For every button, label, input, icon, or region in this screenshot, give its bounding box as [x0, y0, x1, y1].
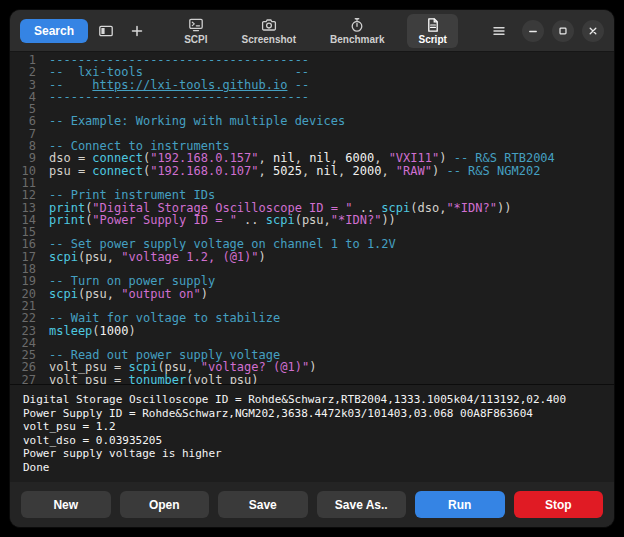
code-text: scpi(psu, "voltage 1.2, (@1)")	[49, 251, 266, 263]
code-text: ------------------------------------	[49, 91, 309, 103]
code-text: psu = connect("192.168.0.107", 5025, nil…	[49, 165, 540, 177]
screenshot-icon	[261, 17, 277, 33]
output-line: Power Supply ID = Rohde&Schwarz,NGM202,3…	[23, 407, 601, 421]
sidebar-toggle-icon	[98, 23, 114, 39]
code-text: -- Example: Working with multiple device…	[49, 115, 345, 127]
tab-label: Benchmark	[330, 34, 384, 45]
code-line[interactable]: 23msleep(1000)	[10, 325, 614, 337]
run-button[interactable]: Run	[415, 491, 505, 518]
maximize-icon	[556, 24, 570, 38]
header-bar: Search SCPI Screenshot	[10, 10, 614, 52]
line-number: 27	[10, 374, 36, 384]
benchmark-icon	[349, 17, 365, 33]
view-switcher: SCPI Screenshot Benchmark Script	[150, 14, 481, 48]
code-text: scpi(psu, "output on")	[49, 288, 208, 300]
open-button[interactable]: Open	[120, 491, 210, 518]
script-icon	[425, 17, 441, 33]
line-number: 6	[10, 115, 36, 127]
code-line[interactable]: 4------------------------------------	[10, 91, 614, 103]
tab-label: Screenshot	[242, 34, 296, 45]
code-text: msleep(1000)	[49, 325, 136, 337]
code-line[interactable]: 20scpi(psu, "output on")	[10, 288, 614, 300]
minimize-button[interactable]	[522, 20, 544, 42]
tab-scpi[interactable]: SCPI	[173, 14, 218, 48]
save-as-button[interactable]: Save As..	[317, 491, 407, 518]
line-number: 16	[10, 238, 36, 250]
line-number: 19	[10, 275, 36, 287]
code-text: volt_psu = tonumber(volt_psu)	[49, 374, 259, 384]
app-window: Search SCPI Screenshot	[9, 9, 615, 528]
output-line: Power supply voltage is higher	[23, 447, 601, 461]
code-line[interactable]: 27volt_psu = tonumber(volt_psu)	[10, 374, 614, 384]
minimize-icon	[526, 24, 540, 38]
menu-button[interactable]	[486, 18, 512, 44]
line-number: 26	[10, 361, 36, 373]
line-number: 12	[10, 189, 36, 201]
stop-button[interactable]: Stop	[514, 491, 604, 518]
line-number: 13	[10, 202, 36, 214]
tab-script[interactable]: Script	[407, 14, 457, 48]
tab-screenshot[interactable]: Screenshot	[231, 14, 307, 48]
line-number: 22	[10, 312, 36, 324]
output-line: Digital Storage Oscilloscope ID = Rohde&…	[23, 393, 601, 407]
window-controls	[522, 20, 604, 42]
search-button[interactable]: Search	[20, 19, 88, 43]
hamburger-icon	[491, 23, 507, 39]
close-button[interactable]	[582, 20, 604, 42]
tab-label: Script	[418, 34, 446, 45]
close-icon	[586, 24, 600, 38]
output-line: Done	[23, 461, 601, 475]
code-line[interactable]: 6-- Example: Working with multiple devic…	[10, 115, 614, 127]
code-line[interactable]: 17scpi(psu, "voltage 1.2, (@1)")	[10, 251, 614, 263]
new-button[interactable]: New	[21, 491, 111, 518]
tab-label: SCPI	[184, 34, 207, 45]
output-line: volt_psu = 1.2	[23, 420, 601, 434]
scpi-icon	[188, 17, 204, 33]
code-line[interactable]: 14print("Power Supply ID = " .. scpi(psu…	[10, 214, 614, 226]
new-tab-button[interactable]	[124, 18, 150, 44]
footer-toolbar: New Open Save Save As.. Run Stop	[10, 482, 614, 527]
output-line: volt_dso = 0.03935205	[23, 434, 601, 448]
script-editor[interactable]: 1------------------------------------2--…	[10, 52, 614, 384]
tab-benchmark[interactable]: Benchmark	[319, 14, 395, 48]
code-line[interactable]: 10psu = connect("192.168.0.107", 5025, n…	[10, 165, 614, 177]
plus-icon	[129, 23, 145, 39]
maximize-button[interactable]	[552, 20, 574, 42]
line-number: 23	[10, 325, 36, 337]
output-console: Digital Storage Oscilloscope ID = Rohde&…	[10, 384, 614, 482]
save-button[interactable]: Save	[218, 491, 308, 518]
line-number: 2	[10, 66, 36, 78]
line-number: 9	[10, 152, 36, 164]
sidebar-toggle-button[interactable]	[93, 18, 119, 44]
code-text: print("Power Supply ID = " .. scpi(psu,"…	[49, 214, 396, 226]
